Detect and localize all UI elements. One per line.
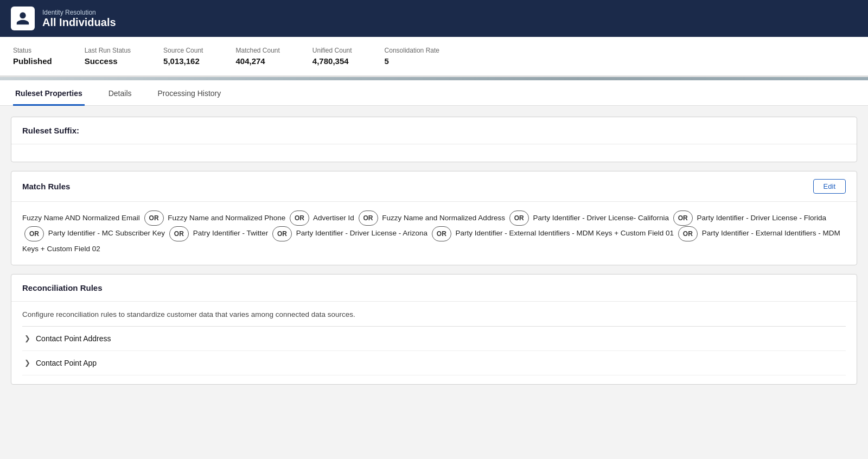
stat-value: 404,274 [235, 56, 279, 66]
stat-label: Consolidation Rate [385, 47, 439, 54]
match-rules-content: Fuzzy Name AND Normalized Email OR Fuzzy… [11, 202, 857, 265]
recon-item[interactable]: ❯ Contact Point App [22, 351, 846, 375]
or-badge: OR [678, 226, 698, 241]
stat-item: Consolidation Rate 5 [385, 47, 439, 66]
stat-item: Matched Count 404,274 [235, 47, 279, 66]
rule-text: Fuzzy Name and Normalized Address [382, 214, 505, 222]
or-badge: OR [272, 226, 292, 241]
rule-text: Fuzzy Name and Normalized Phone [168, 214, 285, 222]
rule-text: Fuzzy Name AND Normalized Email [22, 214, 140, 222]
stat-value: Success [85, 56, 131, 66]
match-rules-heading: Match Rules [22, 182, 70, 191]
stat-label: Last Run Status [85, 47, 131, 54]
stat-value: 4,780,354 [312, 56, 352, 66]
stat-label: Source Count [163, 47, 203, 54]
stat-label: Matched Count [235, 47, 279, 54]
app-logo [11, 7, 35, 30]
tab-ruleset-properties[interactable]: Ruleset Properties [13, 80, 85, 106]
stat-label: Status [13, 47, 52, 54]
edit-button[interactable]: Edit [813, 179, 846, 194]
stat-value: 5,013,162 [163, 56, 203, 66]
recon-item[interactable]: ❯ Contact Point Address [22, 327, 846, 351]
ruleset-suffix-heading: Ruleset Suffix: [22, 126, 846, 135]
ruleset-suffix-card: Ruleset Suffix: [11, 117, 857, 162]
reconciliation-rules-body: Configure reconciliation rules to standa… [11, 302, 857, 384]
tabs-container: Ruleset PropertiesDetailsProcessing Hist… [0, 80, 868, 106]
rule-text: Party Identifier - Driver License- Calif… [533, 214, 669, 222]
rule-text: Party Identifier - Driver License - Flor… [697, 214, 827, 222]
reconciliation-rules-heading: Reconciliation Rules [22, 283, 846, 292]
stat-label: Unified Count [312, 47, 352, 54]
header-text-block: Identity Resolution All Individuals [42, 9, 116, 29]
tab-processing-history[interactable]: Processing History [156, 80, 224, 106]
divider-bar [0, 77, 868, 80]
stat-item: Unified Count 4,780,354 [312, 47, 352, 66]
stat-value: 5 [385, 56, 439, 66]
or-badge: OR [169, 226, 189, 241]
or-badge: OR [359, 211, 378, 226]
match-rules-card: Match Rules Edit Fuzzy Name AND Normaliz… [11, 171, 857, 265]
stat-item: Last Run Status Success [85, 47, 131, 66]
rule-text: Party Identifier - External Identifiers … [456, 229, 674, 237]
stat-item: Status Published [13, 47, 52, 66]
or-badge: OR [144, 211, 164, 226]
rule-text: Advertiser Id [313, 214, 354, 222]
or-badge: OR [290, 211, 309, 226]
reconciliation-rules-header: Reconciliation Rules [11, 275, 857, 302]
reconciliation-rules-card: Reconciliation Rules Configure reconcili… [11, 274, 857, 385]
or-badge: OR [509, 211, 529, 226]
header-subtitle: Identity Resolution [42, 9, 116, 16]
rule-text: Patry Identifier - Twitter [193, 229, 269, 237]
rule-text: Party Identifier - MC Subscriber Key [48, 229, 165, 237]
person-icon [15, 11, 30, 26]
or-badge: OR [432, 226, 451, 241]
reconciliation-description: Configure reconciliation rules to standa… [22, 310, 846, 318]
rule-text: Party Identifier - Driver License - Ariz… [296, 229, 427, 237]
main-content: Ruleset Suffix: Match Rules Edit Fuzzy N… [0, 106, 868, 404]
ruleset-suffix-body [11, 144, 857, 162]
stat-value: Published [13, 56, 52, 66]
recon-items-container: ❯ Contact Point Address ❯ Contact Point … [22, 327, 846, 375]
chevron-right-icon: ❯ [24, 359, 30, 367]
tab-details[interactable]: Details [106, 80, 134, 106]
match-rules-header: Match Rules Edit [11, 171, 857, 202]
or-badge: OR [24, 226, 44, 241]
or-badge: OR [673, 211, 693, 226]
recon-item-label: Contact Point App [36, 359, 97, 367]
header-title: All Individuals [42, 16, 116, 29]
stats-bar: Status Published Last Run Status Success… [0, 37, 868, 77]
ruleset-suffix-header: Ruleset Suffix: [11, 117, 857, 144]
recon-item-label: Contact Point Address [36, 334, 111, 343]
app-header: Identity Resolution All Individuals [0, 0, 868, 37]
chevron-right-icon: ❯ [24, 334, 30, 342]
stat-item: Source Count 5,013,162 [163, 47, 203, 66]
